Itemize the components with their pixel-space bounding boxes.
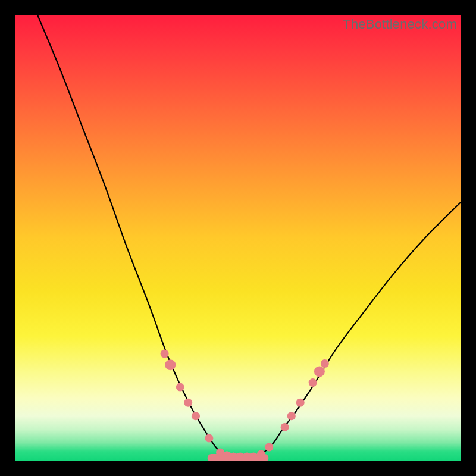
curve-left-curve — [37, 15, 233, 461]
marker-dot — [287, 412, 296, 420]
plot-area: TheBottleneck.com — [15, 15, 461, 461]
marker-dot — [281, 423, 289, 431]
marker-dot — [192, 412, 200, 420]
marker-dot — [265, 443, 273, 452]
marker-dot — [257, 450, 265, 459]
marker-dot — [321, 359, 329, 368]
marker-dot — [314, 366, 325, 377]
marker-dot — [165, 359, 176, 370]
marker-dot — [161, 349, 169, 358]
curve-right-curve — [251, 202, 461, 461]
marker-dot — [184, 399, 192, 407]
chart-svg — [15, 15, 461, 461]
marker-dot — [309, 378, 317, 387]
chart-stage: TheBottleneck.com — [0, 0, 476, 476]
marker-dot — [296, 399, 305, 407]
marker-dot — [205, 434, 213, 443]
marker-dot — [176, 383, 184, 392]
